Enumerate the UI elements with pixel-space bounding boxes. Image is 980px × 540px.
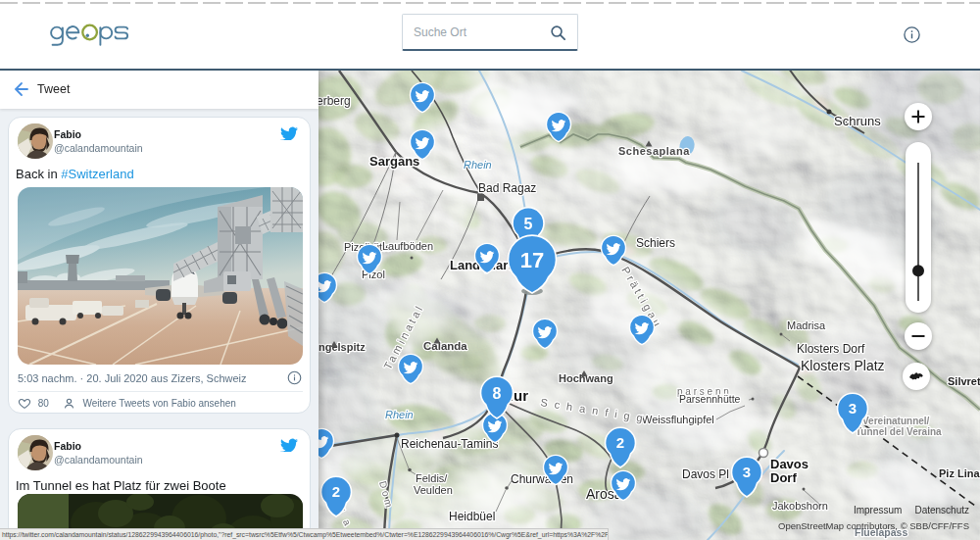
svg-text:Silvret: Silvret (948, 375, 980, 387)
svg-text:Reichenau-Tamins: Reichenau-Tamins (401, 437, 498, 451)
svg-text:8: 8 (493, 385, 502, 402)
svg-text:ngelspitz: ngelspitz (318, 341, 366, 353)
svg-text:Heidbüel: Heidbüel (449, 510, 495, 523)
svg-text:Schruns: Schruns (834, 114, 881, 128)
svg-text:Madrisa: Madrisa (787, 319, 826, 331)
svg-text:Calanda: Calanda (423, 340, 467, 352)
svg-text:Veulden: Veulden (414, 484, 453, 496)
svg-text:Schiers: Schiers (636, 236, 675, 250)
svg-text:3: 3 (849, 400, 857, 417)
svg-text:Rhein: Rhein (464, 159, 492, 171)
svg-text:Klosters Dorf: Klosters Dorf (797, 342, 865, 356)
svg-text:Parsennhütte: Parsennhütte (679, 393, 741, 405)
svg-text:Weissfluhgipfel: Weissfluhgipfel (642, 414, 714, 425)
svg-text:Dorf: Dorf (770, 470, 797, 485)
svg-text:erberg: erberg (318, 94, 351, 108)
svg-text:Rhein: Rhein (385, 409, 414, 420)
svg-text:2: 2 (332, 483, 340, 500)
svg-text:2: 2 (616, 434, 624, 451)
svg-text:Sargans: Sargans (369, 154, 419, 169)
svg-text:Schesaplana: Schesaplana (618, 145, 690, 157)
svg-text:5: 5 (524, 216, 533, 232)
svg-text:Feldis/: Feldis/ (416, 472, 448, 484)
svg-text:17: 17 (520, 248, 544, 272)
svg-text:Davos Pl: Davos Pl (682, 467, 729, 481)
svg-text:Davos: Davos (770, 457, 808, 471)
svg-text:Laufböden: Laufböden (382, 240, 433, 252)
svg-text:3: 3 (743, 464, 751, 480)
svg-text:Piz Linar: Piz Linar (939, 467, 980, 479)
svg-text:Bad Ragaz: Bad Ragaz (478, 181, 536, 195)
svg-text:Klosters Platz: Klosters Platz (801, 358, 885, 373)
svg-text:Vereinatunnel/: Vereinatunnel/ (862, 416, 930, 426)
svg-text:Tunnel del Veraina: Tunnel del Veraina (856, 426, 942, 437)
